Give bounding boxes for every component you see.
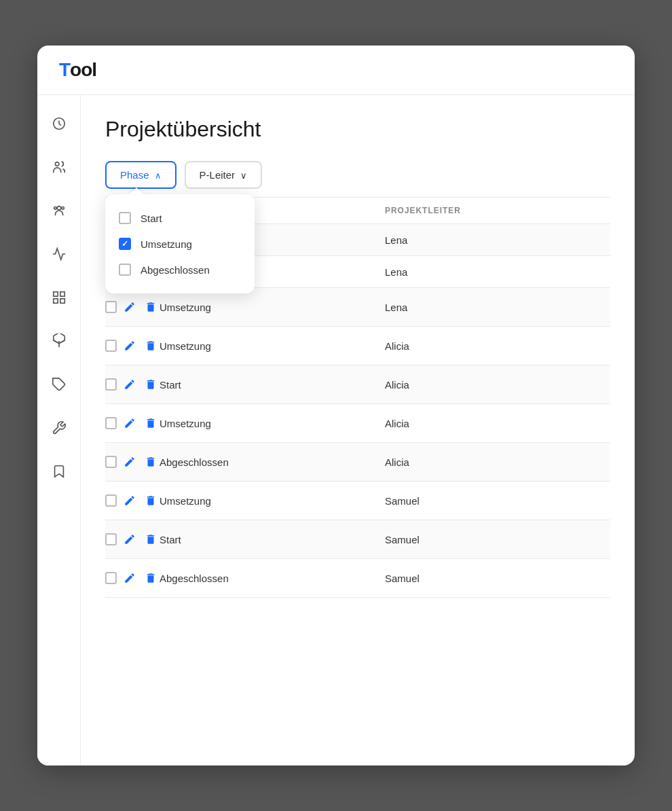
phase-cell: Umsetzung <box>160 418 385 429</box>
leiter-cell: Lena <box>385 266 610 278</box>
dropdown-item-abgeschlossen[interactable]: Abgeschlossen <box>105 257 255 283</box>
edit-button[interactable] <box>121 298 138 317</box>
svg-point-2 <box>57 206 61 211</box>
row-checkbox[interactable] <box>105 572 117 584</box>
leiter-cell: Alicia <box>385 456 610 468</box>
phase-cell: Umsetzung <box>160 495 385 507</box>
delete-button[interactable] <box>142 414 160 433</box>
leiter-cell: Samuel <box>385 534 610 545</box>
dropdown-label-umsetzung: Umsetzung <box>141 238 192 250</box>
delete-button[interactable] <box>142 336 160 355</box>
svg-rect-5 <box>53 292 57 296</box>
phase-cell: Umsetzung <box>160 302 385 313</box>
grid-icon[interactable] <box>47 285 71 310</box>
table-row: Start Samuel <box>105 520 610 559</box>
edit-button[interactable] <box>121 569 138 588</box>
row-checkbox[interactable] <box>105 533 117 545</box>
row-checkbox[interactable] <box>105 494 117 507</box>
table-row: Abgeschlossen Alicia <box>105 443 610 482</box>
table-row: Umsetzung Alicia <box>105 327 610 365</box>
main-layout: Projektübersicht Phase Start <box>37 95 635 765</box>
tool-icon[interactable] <box>47 416 71 440</box>
row-checkbox[interactable] <box>105 340 117 352</box>
phase-filter-wrapper: Phase Start Umsetzung <box>105 161 176 189</box>
phase-cell: Start <box>160 379 385 391</box>
delete-button[interactable] <box>142 491 160 510</box>
logo-t: T <box>59 59 70 80</box>
pleiter-chevron-down-icon <box>240 169 247 181</box>
phase-chevron-up-icon <box>155 169 162 181</box>
table-row: Umsetzung Samuel <box>105 482 610 520</box>
leiter-cell: Lena <box>385 302 610 313</box>
pleiter-filter-label: P-Leiter <box>200 169 236 181</box>
svg-point-4 <box>61 207 64 210</box>
row-actions <box>105 336 160 355</box>
app-window: Tool <box>37 46 635 765</box>
content: Projektübersicht Phase Start <box>81 95 635 765</box>
svg-point-3 <box>54 207 56 210</box>
edit-button[interactable] <box>121 530 138 549</box>
table-row: Start Alicia <box>105 365 610 404</box>
dropdown-label-abgeschlossen: Abgeschlossen <box>141 264 210 276</box>
row-actions <box>105 569 160 588</box>
leiter-cell: Lena <box>385 234 610 246</box>
row-checkbox[interactable] <box>105 417 117 429</box>
logo: Tool <box>59 59 96 81</box>
row-actions <box>105 530 160 549</box>
row-checkbox[interactable] <box>105 378 117 391</box>
svg-point-1 <box>55 162 59 166</box>
package-icon[interactable] <box>47 329 71 353</box>
sidebar <box>37 95 81 765</box>
phase-cell: Umsetzung <box>160 340 385 352</box>
header: Tool <box>37 46 635 95</box>
edit-button[interactable] <box>121 414 138 433</box>
delete-button[interactable] <box>142 375 160 394</box>
checkbox-abgeschlossen[interactable] <box>119 264 131 276</box>
svg-rect-7 <box>53 299 57 303</box>
leiter-cell: Samuel <box>385 495 610 507</box>
tag-icon[interactable] <box>47 372 71 397</box>
row-actions <box>105 491 160 510</box>
phase-cell: Abgeschlossen <box>160 573 385 584</box>
phase-dropdown-menu: Start Umsetzung Abgeschlossen <box>105 194 255 293</box>
phase-cell: Start <box>160 534 385 545</box>
analytics-icon[interactable] <box>47 242 71 266</box>
page-title: Projektübersicht <box>105 117 610 142</box>
users-icon[interactable] <box>47 155 71 179</box>
phase-filter-button[interactable]: Phase <box>105 161 176 189</box>
filter-bar: Phase Start Umsetzung <box>105 161 610 189</box>
col-leiter-header: PROJEKTLEITER <box>385 206 610 215</box>
leiter-cell: Alicia <box>385 340 610 352</box>
edit-button[interactable] <box>121 452 138 471</box>
leiter-cell: Alicia <box>385 379 610 391</box>
row-checkbox[interactable] <box>105 301 117 313</box>
svg-rect-6 <box>60 292 64 296</box>
dropdown-item-umsetzung[interactable]: Umsetzung <box>105 231 255 257</box>
phase-filter-label: Phase <box>120 169 149 181</box>
row-actions <box>105 414 160 433</box>
table-row: Umsetzung Lena <box>105 288 610 327</box>
row-actions <box>105 375 160 394</box>
edit-button[interactable] <box>121 375 138 394</box>
dropdown-arrow <box>130 187 143 194</box>
team-icon[interactable] <box>47 198 71 223</box>
dropdown-item-start[interactable]: Start <box>105 205 255 231</box>
delete-button[interactable] <box>142 569 160 588</box>
leiter-cell: Alicia <box>385 418 610 429</box>
pleiter-filter-button[interactable]: P-Leiter <box>185 161 263 189</box>
table-row: Abgeschlossen Samuel <box>105 559 610 598</box>
edit-button[interactable] <box>121 491 138 510</box>
svg-rect-8 <box>60 299 64 303</box>
bookmark-icon[interactable] <box>47 459 71 484</box>
row-checkbox[interactable] <box>105 456 117 468</box>
delete-button[interactable] <box>142 452 160 471</box>
delete-button[interactable] <box>142 298 160 317</box>
row-actions <box>105 452 160 471</box>
checkbox-start[interactable] <box>119 212 131 224</box>
dashboard-icon[interactable] <box>47 111 71 136</box>
edit-button[interactable] <box>121 336 138 355</box>
checkbox-umsetzung[interactable] <box>119 238 131 250</box>
delete-button[interactable] <box>142 530 160 549</box>
row-actions <box>105 298 160 317</box>
phase-cell: Abgeschlossen <box>160 456 385 468</box>
